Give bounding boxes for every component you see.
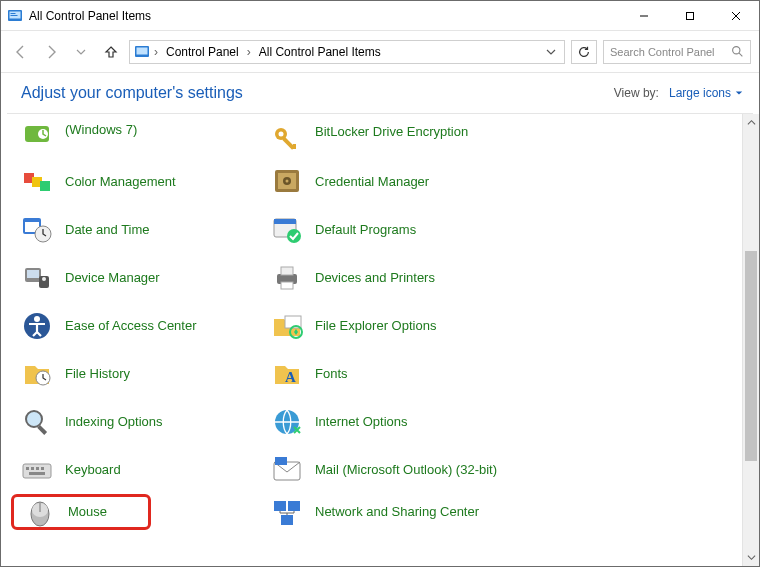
svg-point-15 xyxy=(279,132,284,137)
viewby-value: Large icons xyxy=(669,86,731,100)
svg-line-11 xyxy=(739,53,742,56)
cp-item-bitlocker[interactable]: BitLocker Drive Encryption xyxy=(271,122,531,158)
svg-rect-32 xyxy=(27,270,39,278)
viewby-label: View by: xyxy=(614,86,659,100)
svg-rect-48 xyxy=(26,467,29,470)
cp-item-fonts[interactable]: A Fonts xyxy=(271,350,531,398)
defaults-icon xyxy=(271,214,303,246)
cp-item-indexing-options[interactable]: Indexing Options xyxy=(21,398,271,446)
cp-item-label: Network and Sharing Center xyxy=(315,504,479,520)
indexing-icon xyxy=(21,406,53,438)
refresh-button[interactable] xyxy=(571,40,597,64)
svg-point-30 xyxy=(287,229,301,243)
cp-item-file-explorer-options[interactable]: File Explorer Options xyxy=(271,302,531,350)
address-dropdown-button[interactable] xyxy=(542,42,560,62)
svg-point-24 xyxy=(286,180,289,183)
chevron-down-icon xyxy=(735,89,743,97)
up-button[interactable] xyxy=(99,40,123,64)
maximize-button[interactable] xyxy=(667,1,713,31)
cp-item-keyboard[interactable]: Keyboard xyxy=(21,446,271,494)
breadcrumb-part[interactable]: All Control Panel Items xyxy=(255,45,385,59)
svg-rect-16 xyxy=(282,137,295,150)
svg-rect-54 xyxy=(275,457,287,465)
subheader: Adjust your computer's settings View by:… xyxy=(1,73,759,113)
scroll-down-button[interactable] xyxy=(743,549,759,566)
cp-item-credential-manager[interactable]: Credential Manager xyxy=(271,158,531,206)
svg-rect-45 xyxy=(37,425,47,435)
svg-point-10 xyxy=(733,47,740,54)
search-icon xyxy=(731,45,744,58)
back-button[interactable] xyxy=(9,40,33,64)
search-box[interactable]: Search Control Panel xyxy=(603,40,751,64)
cp-item-label: Credential Manager xyxy=(315,174,429,190)
svg-rect-59 xyxy=(288,501,300,511)
cp-item-mouse[interactable]: Mouse xyxy=(11,494,151,530)
scrollbar-thumb[interactable] xyxy=(745,251,757,461)
search-placeholder: Search Control Panel xyxy=(610,46,731,58)
svg-point-44 xyxy=(26,411,42,427)
svg-point-34 xyxy=(42,277,46,281)
cp-item-label: Default Programs xyxy=(315,222,416,238)
recent-locations-button[interactable] xyxy=(69,40,93,64)
content-area: (Windows 7) BitLocker Drive Encryption xyxy=(1,114,759,566)
svg-text:A: A xyxy=(285,369,296,385)
forward-button[interactable] xyxy=(39,40,63,64)
viewby-dropdown[interactable]: Large icons xyxy=(669,86,743,100)
cp-item-ease-of-access[interactable]: Ease of Access Center xyxy=(21,302,271,350)
cp-item-default-programs[interactable]: Default Programs xyxy=(271,206,531,254)
cp-item-label: Date and Time xyxy=(65,222,150,238)
svg-rect-20 xyxy=(40,181,50,191)
chevron-right-icon[interactable]: › xyxy=(247,45,251,59)
cp-item-date-time[interactable]: Date and Time xyxy=(21,206,271,254)
scrollbar-track[interactable] xyxy=(743,131,759,549)
svg-rect-17 xyxy=(293,144,296,149)
cp-item-label: Color Management xyxy=(65,174,176,190)
page-title: Adjust your computer's settings xyxy=(21,84,243,102)
control-panel-icon xyxy=(134,44,150,60)
minimize-button[interactable] xyxy=(621,1,667,31)
svg-rect-51 xyxy=(41,467,44,470)
toolbar: › Control Panel › All Control Panel Item… xyxy=(1,31,759,73)
address-bar[interactable]: › Control Panel › All Control Panel Item… xyxy=(129,40,565,64)
titlebar-left: All Control Panel Items xyxy=(7,8,151,24)
vertical-scrollbar[interactable] xyxy=(742,114,759,566)
svg-point-39 xyxy=(34,316,40,322)
mouse-icon xyxy=(24,496,56,528)
svg-rect-50 xyxy=(36,467,39,470)
safe-icon xyxy=(271,166,303,198)
cp-item-label: Mail (Microsoft Outlook) (32-bit) xyxy=(315,462,497,478)
svg-rect-52 xyxy=(29,472,45,475)
color-icon xyxy=(21,166,53,198)
breadcrumb-part[interactable]: Control Panel xyxy=(162,45,243,59)
svg-rect-49 xyxy=(31,467,34,470)
cp-item-label: Indexing Options xyxy=(65,414,163,430)
device-manager-icon xyxy=(21,262,53,294)
cp-item-label: BitLocker Drive Encryption xyxy=(315,124,468,140)
cp-item-devices-printers[interactable]: Devices and Printers xyxy=(271,254,531,302)
svg-rect-9 xyxy=(137,47,148,54)
chevron-right-icon[interactable]: › xyxy=(154,45,158,59)
cp-item-file-history[interactable]: File History xyxy=(21,350,271,398)
scroll-up-button[interactable] xyxy=(743,114,759,131)
close-button[interactable] xyxy=(713,1,759,31)
printer-icon xyxy=(271,262,303,294)
viewby-control: View by: Large icons xyxy=(614,86,743,100)
svg-rect-5 xyxy=(687,12,694,19)
cp-item-label: File History xyxy=(65,366,130,382)
clock-icon xyxy=(21,214,53,246)
cp-item-label: Ease of Access Center xyxy=(65,318,197,334)
cp-item-label: File Explorer Options xyxy=(315,318,436,334)
window-controls xyxy=(621,1,759,31)
cp-item-network-sharing[interactable]: Network and Sharing Center xyxy=(271,494,531,530)
cp-item-label: Fonts xyxy=(315,366,348,382)
cp-item-windows7[interactable]: (Windows 7) xyxy=(21,122,271,158)
cp-item-mail[interactable]: Mail (Microsoft Outlook) (32-bit) xyxy=(271,446,531,494)
window: All Control Panel Items › Control Panel … xyxy=(0,0,760,567)
accessibility-icon xyxy=(21,310,53,342)
cp-item-device-manager[interactable]: Device Manager xyxy=(21,254,271,302)
svg-rect-3 xyxy=(11,15,18,16)
cp-item-label: Devices and Printers xyxy=(315,270,435,286)
cp-item-internet-options[interactable]: Internet Options xyxy=(271,398,531,446)
keyboard-icon xyxy=(21,454,53,486)
cp-item-color-management[interactable]: Color Management xyxy=(21,158,271,206)
